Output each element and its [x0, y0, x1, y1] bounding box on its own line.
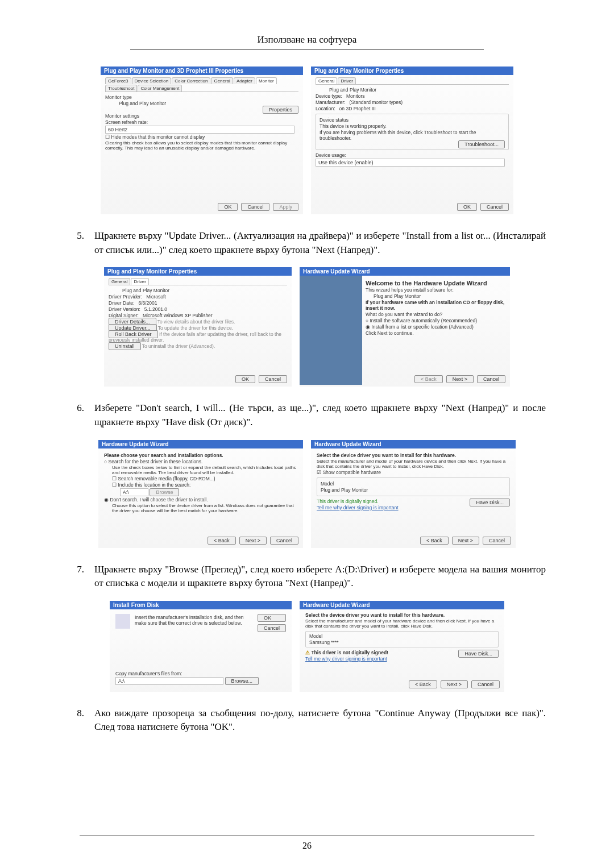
- wizard-continue: Click Next to continue.: [366, 330, 507, 336]
- tab-item[interactable]: Troubleshoot: [105, 85, 137, 92]
- value: 5.1.2001.0: [144, 306, 167, 312]
- refresh-rate-select[interactable]: 60 Hertz: [105, 126, 294, 134]
- step-text: Щракнете върху "Update Driver... (Актуал…: [94, 229, 546, 257]
- monitor-settings-label: Monitor settings: [105, 113, 298, 119]
- instruction-step: 6. Изберете "Don't search, I will... (Не…: [68, 401, 546, 429]
- uninstall-button[interactable]: Uninstall: [109, 342, 141, 350]
- label: Driver Version:: [109, 306, 140, 312]
- page-number: 26: [0, 841, 614, 851]
- device-status-section: Device status This device is working pro…: [316, 114, 509, 150]
- cancel-button[interactable]: Cancel: [241, 203, 269, 211]
- device-status-help: If you are having problems with this dev…: [320, 130, 505, 141]
- show-compatible-checkbox[interactable]: Show compatible hardware: [317, 470, 510, 475]
- device-heading: Plug and Play Monitor: [109, 288, 287, 293]
- step-text: Щракнете върху "Browse (Преглед)", след …: [94, 563, 546, 591]
- label: Location:: [316, 106, 335, 111]
- tab-item[interactable]: Driver: [338, 77, 355, 84]
- next-button[interactable]: Next >: [446, 375, 474, 383]
- next-button[interactable]: Next >: [452, 537, 479, 545]
- value: Microsoft: [146, 294, 165, 300]
- step-number: 6.: [68, 401, 84, 429]
- browse-button[interactable]: Browse...: [225, 677, 259, 685]
- cancel-button[interactable]: Cancel: [259, 375, 287, 383]
- have-disk-button[interactable]: Have Disk...: [458, 650, 499, 658]
- copy-path-input[interactable]: A:\: [115, 677, 223, 685]
- wizard-option-auto[interactable]: Install the software automatically (Reco…: [366, 318, 507, 323]
- model-value[interactable]: Plug and Play Monitor: [321, 487, 506, 493]
- tab-item[interactable]: Driver: [131, 278, 148, 285]
- desc: To uninstall the driver (Advanced).: [142, 343, 215, 349]
- cancel-button[interactable]: Cancel: [480, 203, 509, 211]
- option-search-best[interactable]: Search for the best driver in these loca…: [104, 459, 297, 464]
- copy-from-label: Copy manufacturer's files from:: [115, 671, 286, 676]
- device-usage-label: Device usage:: [316, 152, 509, 158]
- next-button[interactable]: Next >: [441, 680, 468, 688]
- dialog-tabs: GeForce3 Device Selection Color Correcti…: [105, 77, 298, 92]
- dialog-wizard-search-options: Hardware Update Wizard Please choose you…: [98, 440, 303, 548]
- wizard-option-list[interactable]: Install from a list or specific location…: [366, 324, 507, 330]
- location-path-input[interactable]: A:\: [120, 488, 148, 496]
- value: (Standard monitor types): [350, 99, 403, 105]
- check-removable-media[interactable]: Search removable media (floppy, CD-ROM..…: [104, 476, 297, 481]
- cancel-button[interactable]: Cancel: [471, 680, 500, 688]
- back-button[interactable]: < Back: [409, 680, 437, 688]
- option-dont-search[interactable]: Don't search. I will choose the driver t…: [104, 497, 297, 502]
- value: 6/6/2001: [138, 300, 157, 306]
- dialog-wizard-select-driver: Hardware Update Wizard Select the device…: [311, 440, 516, 548]
- ok-button[interactable]: OK: [218, 203, 238, 211]
- wizard-what-label: What do you want the wizard to do?: [366, 312, 507, 317]
- apply-button[interactable]: Apply: [273, 203, 298, 211]
- driver-unsigned-text: This driver is not digitally signed!: [311, 650, 388, 655]
- back-button[interactable]: < Back: [420, 537, 449, 545]
- page-header: Използване на софтуера: [68, 34, 546, 45]
- next-button[interactable]: Next >: [239, 537, 267, 545]
- wizard-cd-hint: If your hardware came with an installati…: [366, 300, 507, 311]
- wizard-helps: This wizard helps you install software f…: [366, 287, 507, 293]
- tab-item[interactable]: General: [109, 278, 130, 285]
- monitor-type-label: Monitor type: [105, 94, 298, 100]
- step-number: 8.: [68, 707, 84, 734]
- cancel-button[interactable]: Cancel: [270, 537, 298, 545]
- step-text: Ако виждате прозореца за съобщения по-до…: [94, 707, 546, 734]
- tab-item[interactable]: Monitor: [256, 77, 277, 84]
- check-include-location[interactable]: Include this location in the search:: [104, 482, 297, 488]
- troubleshoot-button[interactable]: Troubleshoot...: [458, 140, 505, 148]
- dialog-title: Hardware Update Wizard: [311, 440, 516, 448]
- dialog-title: Install From Disk: [110, 601, 292, 609]
- step-text: Изберете "Don't search, I will... (Не тъ…: [94, 401, 546, 429]
- tab-item[interactable]: General: [316, 77, 337, 84]
- browse-button[interactable]: Browse: [150, 488, 179, 496]
- tab-item[interactable]: Adapter: [234, 77, 255, 84]
- tab-item[interactable]: General: [211, 77, 233, 84]
- cancel-button[interactable]: Cancel: [483, 537, 511, 545]
- label: Manufacturer:: [316, 99, 345, 105]
- dialog-driver-tab: Plug and Play Monitor Properties General…: [104, 267, 292, 387]
- tab-item[interactable]: Device Selection: [132, 77, 172, 84]
- tab-item[interactable]: Color Management: [138, 85, 182, 92]
- dialog-title: Hardware Update Wizard: [98, 440, 303, 448]
- option-dont-search-desc: Choose this option to select the device …: [104, 503, 297, 513]
- tab-item[interactable]: Color Correction: [172, 77, 210, 84]
- value: on 3D Prophet III: [339, 106, 376, 111]
- screenshot-row-1: Plug and Play Monitor and 3D Prophet III…: [68, 67, 546, 214]
- cancel-button[interactable]: Cancel: [477, 375, 505, 383]
- back-button[interactable]: < Back: [208, 537, 236, 545]
- ok-button[interactable]: OK: [235, 375, 255, 383]
- dialog-hardware-wizard-welcome: Hardware Update Wizard Welcome to the Ha…: [300, 267, 510, 387]
- wizard-heading: Please choose your search and installati…: [104, 452, 297, 458]
- model-value[interactable]: Samsung ****: [309, 639, 495, 645]
- ok-button[interactable]: OK: [258, 614, 286, 622]
- device-usage-select[interactable]: Use this device (enable): [316, 159, 505, 167]
- back-button[interactable]: < Back: [414, 375, 443, 383]
- hide-modes-checkbox[interactable]: Hide modes that this monitor cannot disp…: [105, 134, 298, 140]
- cancel-button[interactable]: Cancel: [258, 624, 286, 632]
- properties-button[interactable]: Properties: [263, 106, 298, 114]
- model-label: Model: [309, 633, 495, 639]
- step-number: 7.: [68, 563, 84, 591]
- tab-item[interactable]: GeForce3: [105, 77, 131, 84]
- have-disk-button[interactable]: Have Disk...: [470, 499, 510, 506]
- dialog-title: Plug and Play Monitor and 3D Prophet III…: [101, 67, 303, 75]
- label: Driver Date:: [109, 300, 134, 306]
- step-number: 5.: [68, 229, 84, 257]
- ok-button[interactable]: OK: [457, 203, 477, 211]
